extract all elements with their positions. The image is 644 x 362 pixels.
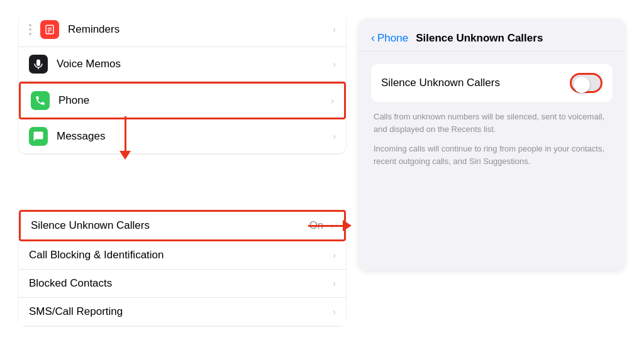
description-1: Calls from unknown numbers will be silen… [371, 111, 613, 135]
left-panel: Reminders › Voice Memos › [19, 13, 346, 326]
svg-rect-4 [36, 60, 40, 67]
settings-item-sms[interactable]: SMS/Call Reporting › [19, 298, 346, 326]
sms-label: SMS/Call Reporting [29, 305, 328, 318]
back-button[interactable]: Phone [377, 32, 408, 45]
blocked-label: Blocked Contacts [29, 277, 328, 290]
back-chevron-icon: ‹ [371, 31, 375, 45]
drag-handle-icon [29, 24, 31, 35]
reminders-label: Reminders [68, 23, 328, 36]
voicememos-label: Voice Memos [57, 58, 328, 70]
messages-label: Messages [57, 130, 328, 143]
chevron-icon: › [333, 278, 336, 288]
description-2: Incoming calls will continue to ring fro… [371, 143, 613, 167]
messages-icon [29, 127, 48, 146]
settings-item-messages[interactable]: Messages › [19, 119, 346, 153]
chevron-icon: › [331, 96, 334, 106]
settings-item-reminders[interactable]: Reminders › [19, 13, 346, 47]
page-title: Silence Unknown Callers [416, 32, 543, 45]
voicememos-icon [29, 55, 48, 74]
settings-item-voicememos[interactable]: Voice Memos › [19, 47, 346, 82]
arrow-down [119, 116, 131, 160]
toggle-switch[interactable] [570, 73, 602, 93]
settings-item-blocking[interactable]: Call Blocking & Identification › [19, 241, 346, 270]
settings-item-silence[interactable]: Silence Unknown Callers On › [19, 210, 346, 241]
right-content: Silence Unknown Callers Calls from unkno… [358, 52, 625, 187]
arrow-right [308, 220, 352, 231]
toggle-label: Silence Unknown Callers [381, 77, 500, 89]
right-panel: ‹ Phone Silence Unknown Callers Silence … [358, 19, 625, 270]
blocking-label: Call Blocking & Identification [29, 249, 328, 261]
toggle-row: Silence Unknown Callers [371, 64, 613, 102]
right-header: ‹ Phone Silence Unknown Callers [358, 19, 625, 52]
chevron-icon: › [333, 59, 336, 69]
chevron-icon: › [333, 250, 336, 260]
settings-list-bottom: Silence Unknown Callers On › Call Blocki… [19, 210, 346, 326]
reminders-icon [40, 20, 59, 39]
settings-item-blocked[interactable]: Blocked Contacts › [19, 270, 346, 298]
toggle-knob [574, 77, 590, 93]
settings-item-phone[interactable]: Phone › [19, 82, 346, 119]
phone-label: Phone [58, 94, 326, 107]
chevron-icon: › [333, 307, 336, 317]
chevron-icon: › [333, 131, 336, 141]
settings-list-top: Reminders › Voice Memos › [19, 13, 346, 153]
phone-icon [31, 91, 50, 110]
chevron-icon: › [333, 25, 336, 35]
silence-label: Silence Unknown Callers [31, 219, 309, 232]
